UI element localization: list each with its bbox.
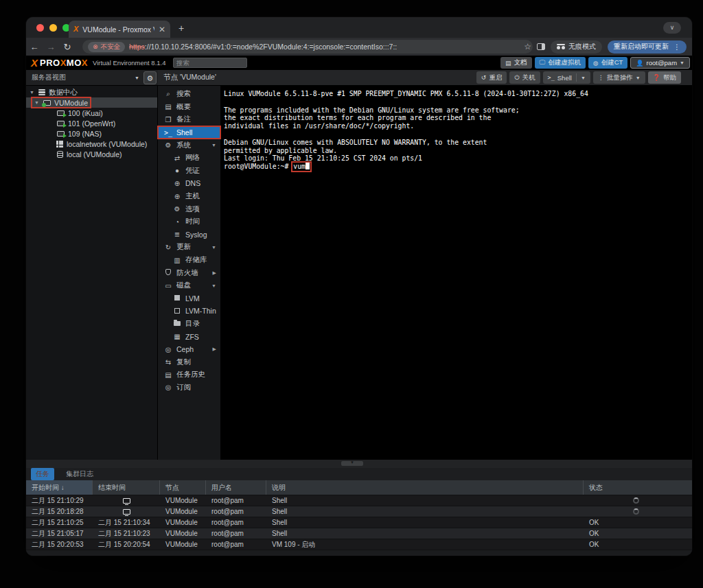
menu-item-replication[interactable]: ⇆复制	[158, 355, 220, 368]
restart-button[interactable]: ↺重启	[476, 71, 507, 84]
tab-search-button[interactable]: ∨	[663, 22, 681, 34]
caret-down-icon[interactable]: ▼	[34, 100, 40, 105]
browser-menu-icon[interactable]: ⋮	[673, 43, 680, 51]
terminal-line: The programs included with the Debian GN…	[224, 106, 692, 115]
table-row[interactable]: 二月 15 21:10:25 二月 15 21:10:34 VUModule r…	[26, 517, 692, 528]
column-start-time[interactable]: 开始时间 ↓	[26, 480, 93, 495]
menu-item-hosts[interactable]: ⊕主机	[158, 190, 220, 203]
tree-item-vm-100[interactable]: 100 (iKuai)	[26, 108, 157, 118]
menu-item-task-history[interactable]: ▤任务历史	[158, 368, 220, 381]
side-panel-icon[interactable]	[537, 43, 545, 50]
address-bar[interactable]: ⊗ 不安全 https://10.10.10.254:8006/#v1:0:=n…	[82, 40, 533, 54]
menu-item-subscription[interactable]: ◎订阅	[158, 381, 220, 395]
create-ct-button[interactable]: ◍创建CT	[588, 57, 628, 69]
menu-item-dns[interactable]: ⊕DNS	[158, 177, 220, 190]
tab-cluster-log[interactable]: 集群日志	[61, 468, 98, 480]
tab-tasks[interactable]: 任务	[31, 468, 54, 480]
bulk-actions-button[interactable]: ⋮批量操作▼	[593, 71, 645, 84]
proxmox-x-icon: X	[31, 58, 38, 68]
menu-item-network[interactable]: ⇄网络	[158, 152, 220, 165]
tree-label: 101 (OpenWrt)	[68, 119, 115, 128]
terminal-icon: >_	[164, 129, 172, 137]
column-end-time[interactable]: 结束时间	[93, 480, 160, 495]
shell-terminal[interactable]: Linux VUModule 6.5.11-8-pve #1 SMP PREEM…	[221, 86, 692, 460]
cell-desc: Shell	[266, 517, 584, 528]
menu-item-updates[interactable]: ↻更新▼	[158, 241, 220, 254]
tree-item-vumodule[interactable]: ▼ VUModule	[26, 97, 157, 108]
tree-item-datacenter[interactable]: ▼ 数据中心	[26, 87, 157, 97]
forward-icon[interactable]: →	[43, 42, 59, 52]
book-icon: ▤	[505, 60, 511, 67]
browser-tab[interactable]: X VUModule - Proxmox Virtual E ✕	[69, 21, 170, 38]
close-window-button[interactable]	[36, 24, 44, 32]
pve-second-row: 服务器视图 ▼ ⚙ 节点 'VUModule' ↺重启 ⏻关机 >_Shell▼…	[26, 70, 692, 86]
cube-icon: ◍	[593, 60, 599, 67]
docs-button[interactable]: ▤文档	[500, 57, 532, 69]
tree-item-localnetwork[interactable]: localnetwork (VUModule)	[26, 139, 157, 149]
cell-start: 二月 15 20:20:53	[26, 539, 93, 550]
retweet-icon: ⇆	[164, 358, 172, 366]
new-tab-button[interactable]: +	[178, 23, 184, 34]
view-selector[interactable]: 服务器视图 ▼ ⚙	[26, 70, 158, 86]
menu-item-certificates[interactable]: ●凭证	[158, 165, 220, 178]
table-row[interactable]: 二月 15 20:18:28 VUModule root@pam Shell	[26, 506, 692, 517]
menu-item-ceph[interactable]: ◎Ceph▶	[158, 343, 220, 356]
user-menu-button[interactable]: 👤root@pam▼	[630, 57, 690, 69]
window-controls[interactable]	[36, 24, 70, 32]
menu-item-options[interactable]: ⚙选项	[158, 202, 220, 215]
splitter-handle[interactable]: ▼	[341, 461, 363, 466]
ellipsis-icon: ⋮	[598, 74, 604, 81]
menu-item-firewall[interactable]: 防火墙▶	[158, 266, 220, 279]
panel-splitter[interactable]: ▼	[26, 460, 692, 468]
bookmark-star-icon[interactable]: ☆	[524, 42, 531, 51]
table-row[interactable]: 二月 15 21:05:17 二月 15 21:10:23 VUModule r…	[26, 528, 692, 539]
security-chip[interactable]: ⊗ 不安全	[88, 42, 125, 52]
menu-item-shell[interactable]: >_Shell	[158, 126, 220, 139]
menu-item-summary[interactable]: ▤概要	[158, 101, 220, 114]
terminal-prompt-line: root@VUModule:~# vum	[224, 163, 692, 171]
help-button[interactable]: ❓帮助	[648, 71, 681, 84]
menu-item-disks[interactable]: ▭磁盘▼	[158, 279, 220, 292]
shell-button[interactable]: >_Shell▼	[543, 71, 590, 84]
vm-running-icon	[57, 110, 65, 116]
menu-item-time[interactable]: ◔时间	[158, 215, 220, 228]
incognito-badge: 无痕模式	[551, 40, 602, 54]
menu-item-lvm[interactable]: LVM	[158, 292, 220, 305]
table-row[interactable]: 二月 15 20:20:53 二月 15 20:20:54 VUModule r…	[26, 539, 692, 550]
back-icon[interactable]: ←	[26, 42, 43, 52]
caret-down-icon[interactable]: ▼	[30, 90, 35, 95]
proxmox-wordmark: PROXMOX	[40, 58, 88, 68]
tree-item-local-storage[interactable]: local (VUModule)	[26, 149, 157, 159]
square-outline-icon	[173, 307, 181, 315]
pve-search-input[interactable]	[173, 58, 247, 68]
view-settings-button[interactable]: ⚙	[143, 71, 157, 84]
reload-icon[interactable]: ↻	[59, 42, 76, 52]
cell-start: 二月 15 20:18:28	[26, 506, 93, 517]
column-description[interactable]: 说明	[266, 480, 584, 495]
terminal-line: the exact distribution terms for each pr…	[224, 114, 692, 122]
menu-item-repositories[interactable]: ▥存储库	[158, 254, 220, 267]
url-rest: ://10.10.10.254:8006/#v1:0:=node%2FVUMod…	[145, 43, 397, 51]
menu-item-syslog[interactable]: ≣Syslog	[158, 228, 220, 242]
create-vm-button[interactable]: 🖵创建虚拟机	[535, 57, 586, 69]
column-node[interactable]: 节点	[160, 480, 206, 495]
menu-item-zfs[interactable]: ▦ZFS	[158, 330, 220, 343]
menu-item-directory[interactable]: 目录	[158, 318, 220, 331]
menu-item-system[interactable]: ⚙系统▼	[158, 139, 220, 152]
terminal-prompt: root@VUModule:~#	[224, 163, 292, 170]
shutdown-button[interactable]: ⏻关机	[509, 71, 540, 84]
tree-item-vm-101[interactable]: 101 (OpenWrt)	[26, 118, 157, 128]
table-row[interactable]: 二月 15 21:10:29 VUModule root@pam Shell	[26, 495, 692, 506]
console-icon	[123, 498, 130, 504]
minimize-window-button[interactable]	[49, 24, 57, 32]
tree-item-vm-109[interactable]: 109 (NAS)	[26, 128, 157, 139]
column-status[interactable]: 状态	[584, 480, 692, 495]
tab-close-icon[interactable]: ✕	[159, 25, 165, 34]
update-button[interactable]: 重新启动即可更新 ⋮	[608, 40, 687, 54]
note-icon: ❐	[164, 116, 172, 124]
menu-item-notes[interactable]: ❐备注	[158, 113, 220, 126]
column-user[interactable]: 用户名	[206, 480, 266, 495]
desktop: X VUModule - Proxmox Virtual E ✕ + ∨ ← →…	[0, 0, 703, 588]
menu-item-lvm-thin[interactable]: LVM-Thin	[158, 305, 220, 318]
menu-item-search[interactable]: ⌕搜索	[158, 88, 220, 101]
